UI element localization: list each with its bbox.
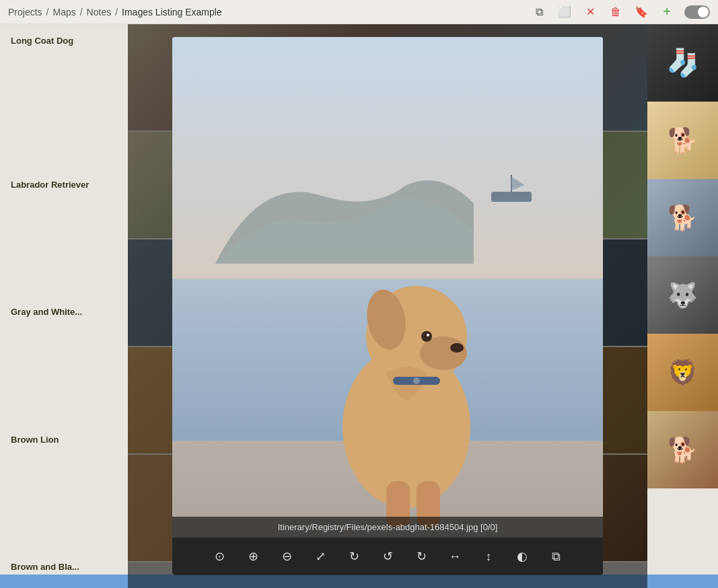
- thumb-lion[interactable]: 🦁: [647, 334, 718, 411]
- bookmark-button[interactable]: 🔖: [633, 4, 649, 20]
- zoom-out-button[interactable]: ⊖: [276, 546, 297, 567]
- refresh-button[interactable]: ↻: [343, 546, 365, 567]
- breadcrumb-sep2: /: [80, 7, 83, 17]
- thumb-wolf[interactable]: 🐺: [647, 256, 718, 334]
- svg-point-13: [413, 377, 420, 384]
- breadcrumb: Projects / Maps / Notes / Images Listing…: [8, 7, 222, 17]
- svg-point-8: [427, 334, 429, 336]
- color-button[interactable]: ◐: [511, 546, 533, 567]
- svg-point-6: [450, 343, 464, 353]
- breadcrumb-notes[interactable]: Notes: [87, 7, 112, 17]
- thumb-retriever[interactable]: 🐕: [647, 102, 718, 179]
- list-item-graywhite[interactable]: Gray and White...: [11, 303, 117, 321]
- copy-modal-button[interactable]: ⧉: [545, 546, 567, 567]
- modal-toolbar: ⊙ ⊕ ⊖ ⤢ ↻ ↻ ↻ ↔ ↕ ◐ ⧉: [172, 538, 603, 575]
- thumb-socks[interactable]: 🧦: [647, 24, 718, 102]
- scene-boat-svg: [484, 172, 538, 212]
- breadcrumb-sep1: /: [46, 7, 49, 17]
- zoom-in-button[interactable]: ⊕: [242, 546, 264, 567]
- frame-button[interactable]: ⬜: [557, 4, 573, 20]
- thumb-bigdog[interactable]: 🐕: [647, 411, 718, 488]
- breadcrumb-projects[interactable]: Projects: [8, 7, 42, 17]
- modal-filename-bar: Itinerary/Registry/Files/pexels-abdghat-…: [172, 517, 603, 538]
- dog-figure-svg: [312, 239, 501, 535]
- flip-h-button[interactable]: ↔: [444, 546, 466, 567]
- close-button[interactable]: ✕: [582, 4, 598, 20]
- right-panel: 🧦 🐕 🐕 🐺 🦁 🐕: [647, 24, 718, 588]
- svg-marker-2: [511, 177, 525, 190]
- breadcrumb-sep3: /: [115, 7, 118, 17]
- left-panel: Long Coat Dog Labrador Retriever Gray an…: [0, 24, 128, 588]
- delete-button[interactable]: 🗑: [608, 4, 624, 20]
- breadcrumb-maps[interactable]: Maps: [52, 7, 75, 17]
- thumb-dog3[interactable]: 🐕: [647, 179, 718, 256]
- top-bar-actions: ⧉ ⬜ ✕ 🗑 🔖 +: [531, 4, 710, 20]
- list-item-brownlion[interactable]: Brown Lion: [11, 431, 117, 449]
- modal-filename-text: Itinerary/Registry/Files/pexels-abdghat-…: [278, 522, 498, 532]
- thumb-bigdog-content: 🐕: [647, 411, 718, 488]
- svg-point-7: [421, 331, 432, 342]
- svg-rect-0: [491, 192, 532, 202]
- flip-v-button[interactable]: ↕: [478, 546, 499, 567]
- thumb-socks-content: 🧦: [647, 24, 718, 102]
- list-item-longcoat[interactable]: Long Coat Dog: [11, 32, 117, 50]
- center-area: Itinerary/Registry/Files/pexels-abdghat-…: [128, 24, 647, 588]
- modal-box: Itinerary/Registry/Files/pexels-abdghat-…: [172, 37, 603, 575]
- zoom-fit-button[interactable]: ⊙: [209, 546, 230, 567]
- rotate-ccw-button[interactable]: ↻: [377, 546, 398, 567]
- fullscreen-button[interactable]: ⤢: [310, 546, 331, 567]
- modal-overlay[interactable]: Itinerary/Registry/Files/pexels-abdghat-…: [128, 24, 647, 588]
- add-button[interactable]: +: [659, 4, 675, 20]
- thumb-wolf-content: 🐺: [647, 256, 718, 334]
- copy-button[interactable]: ⧉: [531, 4, 547, 20]
- main-content: Long Coat Dog Labrador Retriever Gray an…: [0, 24, 718, 588]
- toggle-button[interactable]: [684, 5, 710, 19]
- list-item-labrador[interactable]: Labrador Retriever: [11, 176, 117, 194]
- thumb-lion-content: 🦁: [647, 334, 718, 411]
- breadcrumb-current: Images Listing Example: [122, 7, 222, 17]
- thumb-retriever-content: 🐕: [647, 102, 718, 179]
- modal-image-area: Itinerary/Registry/Files/pexels-abdghat-…: [172, 37, 603, 575]
- rotate-cw-button[interactable]: ↻: [410, 546, 432, 567]
- thumb-dog3-content: 🐕: [647, 179, 718, 256]
- modal-scene: [172, 37, 603, 575]
- top-bar: Projects / Maps / Notes / Images Listing…: [0, 0, 718, 24]
